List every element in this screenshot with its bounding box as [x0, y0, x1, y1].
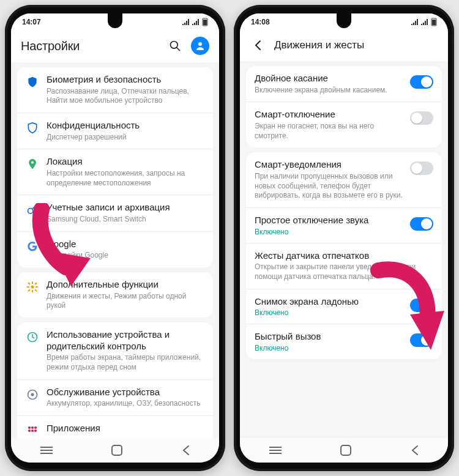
row-subtitle: Распознавание лица, Отпечатки пальцев, Н…	[47, 87, 204, 106]
gestures-row[interactable]: Жесты датчика отпечатковОткрытие и закры…	[246, 244, 442, 289]
battery-icon	[202, 18, 208, 26]
nav-recents[interactable]	[269, 446, 282, 455]
pin-icon	[26, 157, 39, 171]
svg-point-14	[28, 430, 31, 432]
gestures-group: Двойное касаниеВключение экрана двойным …	[246, 66, 442, 147]
page-title: Движения и жесты	[274, 39, 438, 51]
svg-line-3	[177, 48, 180, 51]
gear-icon	[26, 280, 39, 294]
person-icon	[195, 40, 206, 51]
row-title: Биометрия и безопасность	[47, 74, 204, 86]
search-button[interactable]	[166, 37, 184, 54]
row-title: Локация	[47, 156, 204, 168]
svg-rect-1	[203, 20, 207, 25]
wellbeing-icon	[26, 330, 39, 344]
row-subtitle: Настройки Google	[47, 251, 204, 261]
row-body: Учетные записи и архивацияSamsung Cloud,…	[47, 202, 204, 224]
settings-row[interactable]: Дополнительные функцииДвижения и жесты, …	[17, 272, 213, 318]
row-title: Простое отключение звука	[255, 215, 403, 226]
row-title: Приложения	[47, 423, 204, 434]
app-bar: Движения и жесты	[240, 31, 448, 61]
row-body: GoogleНастройки Google	[47, 239, 204, 261]
svg-point-7	[31, 285, 34, 288]
account-avatar[interactable]	[191, 37, 209, 55]
signal-icon	[421, 19, 428, 25]
row-subtitle: Движения и жесты, Режим работы одной рук…	[47, 292, 204, 311]
status-time: 14:08	[251, 18, 270, 26]
toggle-switch[interactable]	[410, 299, 433, 312]
nav-home[interactable]	[340, 445, 351, 456]
row-subtitle: Настройки местоположения, запросы на опр…	[47, 169, 204, 188]
row-body: Простое отключение звукаВключено	[255, 215, 403, 236]
notch	[108, 13, 122, 28]
key-icon	[26, 203, 39, 217]
gestures-row[interactable]: Двойное касаниеВключение экрана двойным …	[246, 66, 442, 102]
settings-list[interactable]: Биометрия и безопасностьРаспознавание ли…	[11, 62, 219, 438]
nav-back[interactable]	[410, 445, 419, 456]
settings-row[interactable]: Биометрия и безопасностьРаспознавание ли…	[17, 67, 213, 113]
toggle-switch[interactable]	[410, 217, 433, 231]
svg-point-10	[31, 393, 34, 396]
chevron-left-icon	[253, 40, 264, 51]
settings-row[interactable]: Обслуживание устройстваАккумулятор, хран…	[17, 380, 213, 416]
settings-row[interactable]: Учетные записи и архивацияSamsung Cloud,…	[17, 195, 213, 231]
row-title: Смарт-уведомления	[255, 159, 403, 171]
settings-group: Биометрия и безопасностьРаспознавание ли…	[17, 67, 213, 267]
row-status: Включено	[255, 344, 403, 352]
row-subtitle: Samsung Cloud, Smart Switch	[47, 215, 204, 225]
row-subtitle: При наличии пропущенных вызовов или новы…	[255, 172, 403, 201]
row-title: Снимок экрана ладонью	[255, 296, 403, 308]
row-body: Двойное касаниеВключение экрана двойным …	[255, 73, 403, 95]
row-title: Использование устройства и родительский …	[47, 329, 204, 352]
status-tray	[411, 18, 437, 26]
toggle-switch[interactable]	[410, 162, 433, 175]
row-body: Биометрия и безопасностьРаспознавание ли…	[47, 74, 204, 106]
nav-back[interactable]	[181, 445, 190, 456]
battery-icon	[431, 18, 437, 26]
row-title: Жесты датчика отпечатков	[255, 250, 433, 262]
svg-point-11	[28, 426, 31, 429]
settings-group: Использование устройства и родительский …	[17, 322, 213, 438]
nav-recents[interactable]	[40, 446, 53, 455]
gestures-row[interactable]: Смарт-уведомленияПри наличии пропущенных…	[246, 152, 442, 208]
row-body: Смарт-отключениеЭкран не погаснет, пока …	[255, 109, 403, 141]
shield-outline-icon	[26, 121, 39, 135]
search-icon	[169, 40, 181, 52]
row-subtitle: Аккумулятор, хранилище, ОЗУ, безопасност…	[47, 399, 204, 409]
nav-bar	[240, 438, 448, 463]
row-subtitle: Включение экрана двойным касанием.	[255, 86, 403, 95]
row-body: Быстрый вызовВключено	[255, 331, 403, 352]
row-subtitle: Диспетчер разрешений	[47, 133, 204, 143]
gestures-row[interactable]: Простое отключение звукаВключено	[246, 208, 442, 244]
row-status: Включено	[255, 228, 403, 236]
signal-icon	[411, 19, 419, 25]
svg-point-12	[31, 426, 34, 429]
row-body: Смарт-уведомленияПри наличии пропущенных…	[255, 159, 403, 201]
settings-row[interactable]: Приложения	[17, 416, 213, 438]
settings-row[interactable]: ЛокацияНастройки местоположения, запросы…	[17, 149, 213, 195]
toggle-switch[interactable]	[410, 75, 433, 89]
settings-row[interactable]: КонфиденциальностьДиспетчер разрешений	[17, 113, 213, 149]
svg-point-16	[34, 430, 37, 432]
back-button[interactable]	[250, 37, 267, 54]
care-icon	[26, 388, 39, 401]
nav-home[interactable]	[111, 445, 122, 456]
row-title: Двойное касание	[255, 73, 403, 84]
gestures-row[interactable]: Быстрый вызовВключено	[246, 324, 442, 359]
svg-rect-26	[341, 445, 351, 455]
row-body: Дополнительные функцииДвижения и жесты, …	[47, 279, 204, 311]
toggle-switch[interactable]	[410, 333, 433, 347]
toggle-switch[interactable]	[410, 111, 433, 125]
page-title: Настройки	[21, 39, 159, 53]
row-body: Жесты датчика отпечатковОткрытие и закры…	[255, 250, 433, 282]
row-status: Включено	[255, 308, 403, 317]
settings-group: Дополнительные функцииДвижения и жесты, …	[17, 272, 213, 318]
settings-row[interactable]: Использование устройства и родительский …	[17, 322, 213, 380]
phone-left: 14:07 Настройки Биометрия и безопасность…	[5, 5, 225, 471]
gestures-row[interactable]: Снимок экрана ладоньюВключено	[246, 289, 442, 325]
settings-row[interactable]: GoogleНастройки Google	[17, 232, 213, 267]
gestures-row[interactable]: Смарт-отключениеЭкран не погаснет, пока …	[246, 102, 442, 147]
row-title: Конфиденциальность	[47, 120, 204, 132]
gestures-list[interactable]: Двойное касаниеВключение экрана двойным …	[240, 61, 448, 438]
nav-bar	[11, 438, 219, 463]
